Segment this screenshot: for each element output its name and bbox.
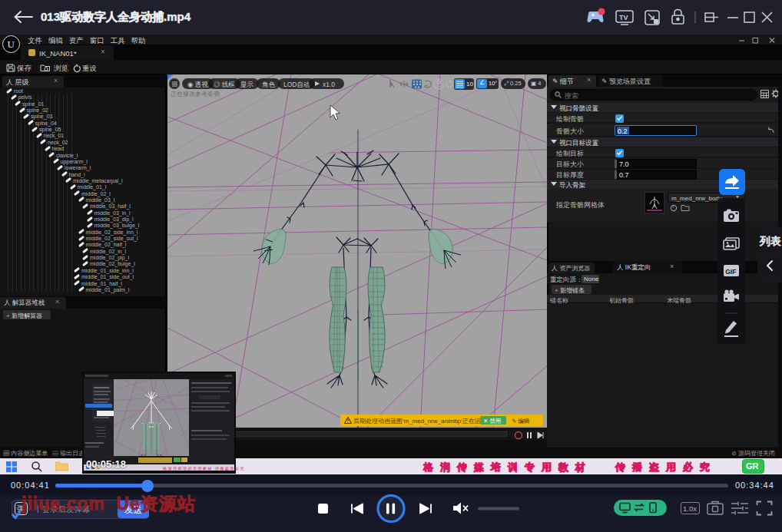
- svg-text:TV: TV: [619, 14, 628, 21]
- svg-text:GIF: GIF: [725, 268, 736, 276]
